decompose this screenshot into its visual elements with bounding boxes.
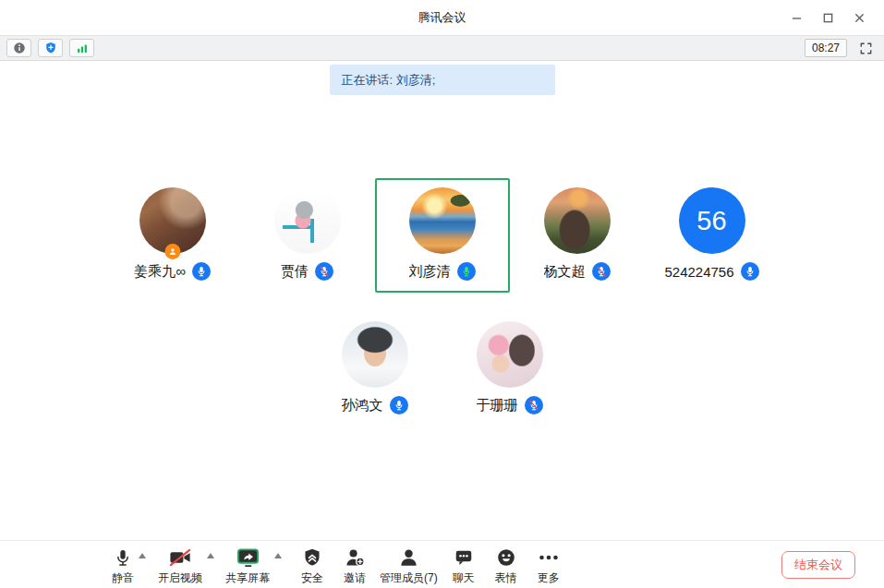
avatar-number: 56 (679, 187, 745, 254)
end-meeting-button[interactable]: 结束会议 (781, 551, 855, 579)
avatar-photo (274, 187, 341, 254)
chat-label: 聊天 (453, 570, 475, 586)
members-icon (398, 546, 419, 570)
participant-stage: 正在讲话: 刘彦清; 姜乘九∞ (0, 61, 884, 540)
window-controls (781, 0, 875, 35)
mic-speaking-icon (457, 262, 476, 281)
participant-row-2: 孙鸿文 于珊珊 (0, 312, 884, 426)
status-bar: 08:27 (0, 35, 884, 61)
emoji-button[interactable]: 表情 (495, 546, 517, 586)
start-video-label: 开启视频 (158, 570, 202, 586)
participant-name: 孙鸿文 (342, 397, 383, 414)
participant-tile-sunhongwen[interactable]: 孙鸿文 (308, 312, 442, 426)
emoji-label: 表情 (495, 570, 517, 586)
participant-name: 于珊珊 (477, 397, 518, 414)
security-shield-icon (302, 546, 322, 570)
more-button[interactable]: 更多 (538, 546, 560, 586)
share-screen-icon (236, 546, 260, 570)
participant-name: 刘彦清 (409, 263, 451, 281)
mute-label: 静音 (112, 570, 134, 586)
status-left-buttons (6, 39, 94, 57)
microphone-icon (114, 546, 132, 570)
avatar (477, 321, 543, 388)
mic-muted-icon (592, 262, 611, 281)
host-badge-icon (164, 244, 180, 259)
avatar (342, 321, 408, 388)
close-icon[interactable] (843, 5, 875, 30)
meeting-toolbar: 静音 开启视频 共享屏幕 安全 邀请 (0, 540, 884, 588)
mic-on-icon (741, 262, 759, 281)
participant-row-1: 姜乘九∞ 贾倩 (0, 178, 884, 293)
window-title: 腾讯会议 (0, 0, 884, 35)
participant-tile-liuyanqing-active-speaker[interactable]: 刘彦清 (375, 178, 510, 293)
meeting-info-icon[interactable] (6, 39, 31, 57)
manage-members-label: 管理成员(7) (380, 570, 438, 586)
meeting-window: 腾讯会议 08:27 (0, 0, 884, 588)
video-menu-caret-icon[interactable] (202, 553, 219, 558)
fullscreen-icon[interactable] (854, 39, 877, 57)
chat-button[interactable]: 聊天 (453, 546, 475, 586)
manage-members-button[interactable]: 管理成员(7) (380, 546, 438, 586)
start-video-button[interactable]: 开启视频 (158, 546, 202, 586)
avatar-photo (544, 187, 611, 254)
avatar (409, 187, 476, 254)
avatar-photo (477, 321, 543, 388)
avatar-photo (342, 321, 408, 388)
invite-button[interactable]: 邀请 (344, 546, 366, 586)
avatar (544, 187, 611, 254)
mic-muted-icon (315, 262, 333, 281)
participant-tile-jiaqian[interactable]: 贾倩 (240, 178, 375, 293)
security-protect-icon[interactable] (38, 39, 63, 57)
participant-tile-jiangchengjiu[interactable]: 姜乘九∞ (105, 178, 240, 293)
share-menu-caret-icon[interactable] (270, 553, 286, 558)
mute-button[interactable]: 静音 (112, 546, 134, 586)
emoji-smiley-icon (496, 546, 516, 570)
share-screen-button[interactable]: 共享屏幕 (225, 546, 270, 586)
mic-muted-icon (525, 396, 543, 414)
share-screen-label: 共享屏幕 (225, 570, 270, 586)
security-label: 安全 (301, 570, 323, 586)
chat-bubble-icon (454, 546, 474, 570)
title-bar: 腾讯会议 (0, 0, 884, 35)
participant-tile-yushanshan[interactable]: 于珊珊 (442, 312, 577, 426)
mute-menu-caret-icon[interactable] (134, 553, 151, 558)
mic-on-icon (390, 396, 408, 414)
participant-tile-yangwenchao[interactable]: 杨文超 (510, 178, 645, 293)
status-right: 08:27 (805, 39, 877, 57)
invite-label: 邀请 (344, 570, 366, 586)
more-label: 更多 (538, 570, 560, 586)
minimize-icon[interactable] (781, 5, 812, 30)
maximize-icon[interactable] (812, 5, 843, 30)
avatar-photo (409, 187, 476, 254)
participant-name: 杨文超 (544, 263, 586, 281)
network-signal-icon[interactable] (69, 39, 94, 57)
avatar: 56 (679, 187, 745, 254)
invite-person-icon (345, 546, 366, 570)
mic-on-icon (192, 262, 211, 281)
avatar (274, 187, 341, 254)
avatar (139, 187, 206, 254)
participant-tile-524224756[interactable]: 56 524224756 (645, 178, 780, 293)
participant-name: 姜乘九∞ (134, 263, 186, 281)
security-button[interactable]: 安全 (301, 546, 323, 586)
speaking-banner: 正在讲话: 刘彦清; (330, 65, 555, 95)
camera-off-icon (168, 546, 193, 570)
meeting-timer: 08:27 (805, 39, 847, 57)
participant-name: 贾倩 (281, 263, 309, 281)
participant-name: 524224756 (664, 264, 733, 280)
more-dots-icon (538, 546, 560, 570)
